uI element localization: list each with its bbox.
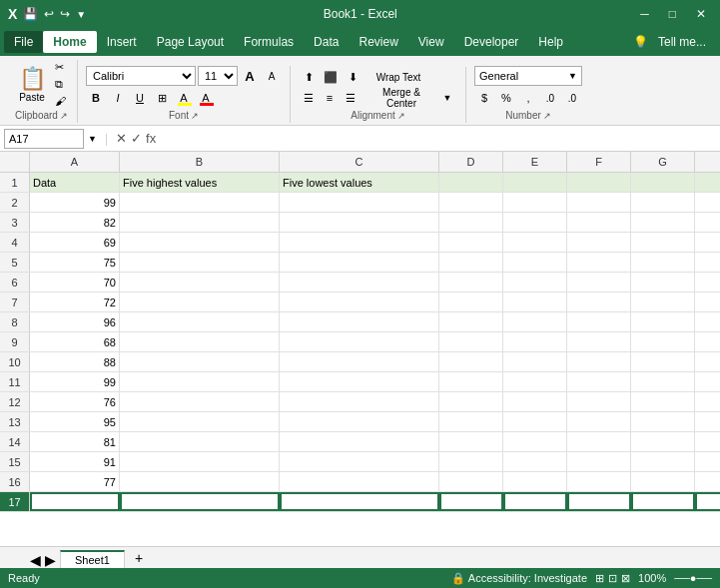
cell-h9[interactable]: [695, 332, 720, 351]
cell-a7[interactable]: 72: [30, 293, 120, 311]
cell-h6[interactable]: [695, 273, 720, 292]
cell-a6[interactable]: 70: [30, 273, 120, 292]
cell-f11[interactable]: [567, 372, 631, 391]
cell-g11[interactable]: [631, 372, 695, 391]
cell-d8[interactable]: [439, 312, 503, 331]
cell-d14[interactable]: [439, 432, 503, 451]
cell-b8[interactable]: [120, 312, 280, 331]
menu-item-help[interactable]: Help: [528, 31, 573, 53]
cell-e5[interactable]: [503, 253, 567, 272]
row-header-5[interactable]: 5: [0, 253, 30, 272]
cell-h1[interactable]: [695, 173, 720, 192]
row-header-4[interactable]: 4: [0, 233, 30, 252]
cell-c1[interactable]: Five lowest values: [280, 173, 439, 192]
cell-g2[interactable]: [631, 193, 695, 212]
col-header-a[interactable]: A: [30, 152, 120, 172]
cell-f5[interactable]: [567, 253, 631, 272]
sheet-tab-sheet1[interactable]: Sheet1: [60, 550, 125, 568]
cell-h11[interactable]: [695, 372, 720, 391]
comma-button[interactable]: ,: [518, 88, 538, 108]
bold-button[interactable]: B: [86, 88, 106, 108]
cell-e12[interactable]: [503, 392, 567, 411]
cell-f13[interactable]: [567, 412, 631, 431]
cell-e3[interactable]: [503, 213, 567, 232]
cell-c17[interactable]: [280, 492, 439, 511]
cell-g4[interactable]: [631, 233, 695, 252]
cell-b14[interactable]: [120, 432, 280, 451]
name-box-dropdown[interactable]: ▼: [88, 134, 97, 144]
cell-c6[interactable]: [280, 273, 439, 292]
cell-b7[interactable]: [120, 293, 280, 311]
cell-c7[interactable]: [280, 293, 439, 311]
cell-d4[interactable]: [439, 233, 503, 252]
menu-item-review[interactable]: Review: [349, 31, 407, 53]
cell-b15[interactable]: [120, 452, 280, 471]
cell-d17[interactable]: [439, 492, 503, 511]
merge-center-button[interactable]: Merge & Center: [366, 88, 436, 108]
quick-save-icon[interactable]: 💾: [23, 7, 38, 21]
row-header-6[interactable]: 6: [0, 273, 30, 292]
align-top-button[interactable]: ⬆: [299, 67, 319, 87]
cell-c8[interactable]: [280, 312, 439, 331]
cell-b11[interactable]: [120, 372, 280, 391]
cell-c14[interactable]: [280, 432, 439, 451]
cell-b4[interactable]: [120, 233, 280, 252]
number-expand-icon[interactable]: ↗: [543, 111, 551, 121]
cell-f1[interactable]: [567, 173, 631, 192]
row-header-17[interactable]: 17: [0, 492, 30, 511]
cell-f6[interactable]: [567, 273, 631, 292]
font-expand-icon[interactable]: ↗: [191, 111, 199, 121]
cell-a11[interactable]: 99: [30, 372, 120, 391]
cell-f2[interactable]: [567, 193, 631, 212]
cell-g7[interactable]: [631, 293, 695, 311]
cell-d16[interactable]: [439, 472, 503, 491]
increase-decimal-button[interactable]: .0: [540, 88, 560, 108]
decrease-font-size-button[interactable]: A: [262, 66, 282, 86]
redo-icon[interactable]: ↪: [60, 7, 70, 21]
menu-item-developer[interactable]: Developer: [454, 31, 529, 53]
cancel-formula-icon[interactable]: ✕: [116, 131, 127, 146]
cell-a3[interactable]: 82: [30, 213, 120, 232]
paste-button[interactable]: 📋 Paste: [14, 64, 50, 105]
row-header-13[interactable]: 13: [0, 412, 30, 431]
sheet-nav-right[interactable]: ▶: [45, 552, 56, 568]
menu-item-insert[interactable]: Insert: [97, 31, 147, 53]
cell-h7[interactable]: [695, 293, 720, 311]
number-format-dropdown[interactable]: General ▼: [474, 66, 582, 86]
cell-g8[interactable]: [631, 312, 695, 331]
cell-f8[interactable]: [567, 312, 631, 331]
italic-button[interactable]: I: [108, 88, 128, 108]
align-bottom-button[interactable]: ⬇: [343, 67, 362, 87]
cell-d1[interactable]: [439, 173, 503, 192]
col-header-e[interactable]: E: [503, 152, 567, 172]
row-header-9[interactable]: 9: [0, 332, 30, 351]
wrap-text-button[interactable]: Wrap Text: [368, 67, 428, 87]
cell-f12[interactable]: [567, 392, 631, 411]
fill-color-button[interactable]: A: [174, 88, 194, 108]
format-painter-button[interactable]: 🖌: [52, 94, 69, 108]
cell-f14[interactable]: [567, 432, 631, 451]
cell-d12[interactable]: [439, 392, 503, 411]
menu-item-page-layout[interactable]: Page Layout: [147, 31, 234, 53]
col-header-f[interactable]: F: [567, 152, 631, 172]
cell-h16[interactable]: [695, 472, 720, 491]
copy-button[interactable]: ⧉: [52, 77, 69, 92]
page-layout-view-icon[interactable]: ⊡: [608, 572, 617, 585]
decrease-decimal-button[interactable]: .0: [562, 88, 582, 108]
cell-e15[interactable]: [503, 452, 567, 471]
menu-item-data[interactable]: Data: [304, 31, 349, 53]
cell-e11[interactable]: [503, 372, 567, 391]
page-break-view-icon[interactable]: ⊠: [621, 572, 630, 585]
cell-e13[interactable]: [503, 412, 567, 431]
cell-h17[interactable]: [695, 492, 720, 511]
row-header-12[interactable]: 12: [0, 392, 30, 411]
cell-d7[interactable]: [439, 293, 503, 311]
minimize-button[interactable]: ─: [634, 5, 655, 23]
confirm-formula-icon[interactable]: ✓: [131, 131, 142, 146]
menu-item-file[interactable]: File: [4, 31, 43, 53]
cell-e10[interactable]: [503, 352, 567, 371]
cell-a13[interactable]: 95: [30, 412, 120, 431]
col-header-b[interactable]: B: [120, 152, 280, 172]
row-header-3[interactable]: 3: [0, 213, 30, 232]
cell-e6[interactable]: [503, 273, 567, 292]
